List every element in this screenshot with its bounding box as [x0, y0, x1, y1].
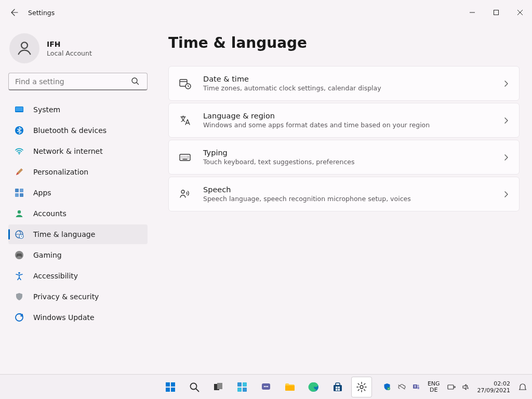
notifications-tray-icon[interactable]: [516, 382, 529, 392]
svg-rect-24: [171, 388, 175, 392]
file-explorer-button[interactable]: [280, 377, 300, 397]
avatar: [9, 33, 39, 63]
svg-point-15: [18, 272, 20, 274]
task-view-button[interactable]: [208, 377, 229, 397]
card-typing[interactable]: Typing Touch keyboard, text suggestions,…: [168, 140, 520, 175]
svg-point-43: [360, 385, 363, 389]
user-card[interactable]: IFH Local Account: [8, 31, 148, 73]
globe-clock-icon: [15, 230, 24, 239]
svg-rect-23: [166, 388, 170, 392]
taskbar-search-button[interactable]: [184, 377, 205, 397]
sidebar-item-gaming[interactable]: Gaming: [8, 245, 148, 265]
speech-icon: [178, 188, 192, 201]
sidebar-item-privacy[interactable]: Privacy & security: [8, 287, 148, 307]
sidebar-item-system[interactable]: System: [8, 100, 148, 119]
chat-button[interactable]: [256, 377, 276, 397]
store-button[interactable]: [327, 377, 348, 397]
svg-point-35: [267, 385, 268, 387]
network-tray-icon[interactable]: [446, 382, 457, 392]
sidebar-item-windows-update[interactable]: Windows Update: [8, 308, 148, 327]
sidebar-item-network[interactable]: Network & internet: [8, 141, 148, 161]
card-date-time[interactable]: Date & time Time zones, automatic clock …: [168, 66, 520, 101]
volume-tray-icon[interactable]: [461, 382, 471, 392]
svg-rect-10: [20, 193, 23, 197]
sidebar-item-label: Personalization: [33, 168, 88, 176]
teams-tray-icon[interactable]: [411, 382, 421, 392]
svg-rect-8: [20, 189, 23, 192]
sidebar-item-label: Windows Update: [33, 313, 95, 322]
card-subtitle: Speech language, speech recognition micr…: [203, 195, 491, 203]
chevron-right-icon: [502, 117, 510, 124]
accounts-icon: [15, 209, 24, 218]
svg-rect-4: [16, 107, 23, 111]
sidebar-item-personalization[interactable]: Personalization: [8, 162, 148, 182]
back-button[interactable]: [7, 5, 22, 20]
update-icon: [15, 313, 24, 322]
titlebar: Settings: [0, 0, 532, 25]
svg-rect-36: [285, 385, 295, 391]
close-button[interactable]: [508, 4, 532, 21]
settings-taskbar-button[interactable]: [351, 377, 372, 397]
sidebar-item-apps[interactable]: Apps: [8, 183, 148, 203]
security-tray-icon[interactable]: [382, 382, 392, 392]
edge-button[interactable]: [303, 377, 324, 397]
search-input[interactable]: [8, 73, 148, 90]
card-language-region[interactable]: Language & region Windows and some apps …: [168, 103, 520, 138]
user-subtitle: Local Account: [47, 49, 92, 57]
user-name: IFH: [47, 40, 92, 48]
sidebar-item-label: Bluetooth & devices: [33, 126, 107, 135]
svg-rect-9: [15, 193, 19, 197]
language-indicator[interactable]: ENG DE: [425, 381, 442, 393]
chevron-right-icon: [502, 154, 510, 161]
sidebar: IFH Local Account System Bluetooth &: [0, 25, 156, 374]
lang-bottom: DE: [428, 387, 440, 393]
svg-rect-38: [334, 385, 342, 391]
language-icon: [178, 114, 192, 127]
svg-rect-31: [243, 388, 247, 392]
svg-point-11: [18, 210, 21, 214]
widgets-button[interactable]: [232, 377, 252, 397]
sidebar-item-time-language[interactable]: Time & language: [8, 224, 148, 244]
svg-rect-0: [494, 10, 499, 15]
minimize-button[interactable]: [460, 4, 484, 21]
onedrive-tray-icon[interactable]: [396, 382, 407, 392]
sidebar-item-bluetooth[interactable]: Bluetooth & devices: [8, 121, 148, 140]
svg-point-6: [19, 153, 20, 154]
svg-rect-22: [171, 382, 175, 387]
sidebar-item-accessibility[interactable]: Accessibility: [8, 266, 148, 286]
accessibility-icon: [15, 271, 24, 281]
card-subtitle: Touch keyboard, text suggestions, prefer…: [203, 158, 491, 166]
svg-rect-28: [237, 382, 242, 387]
clock-time: 02:02: [477, 380, 510, 387]
main-content: Time & language Date & time Time zones, …: [156, 25, 532, 374]
clock[interactable]: 02:02 27/09/2021: [475, 380, 512, 394]
system-tray: ENG DE 02:02 27/09/2021: [382, 375, 529, 399]
svg-rect-19: [180, 154, 190, 161]
card-speech[interactable]: Speech Speech language, speech recogniti…: [168, 177, 520, 211]
svg-point-25: [191, 383, 197, 389]
svg-rect-40: [338, 387, 340, 389]
apps-icon: [15, 188, 24, 197]
gaming-icon: [15, 250, 24, 260]
card-title: Language & region: [203, 112, 491, 120]
svg-rect-39: [336, 387, 338, 389]
svg-rect-29: [243, 382, 247, 387]
maximize-button[interactable]: [484, 4, 508, 21]
start-button[interactable]: [160, 377, 181, 397]
system-icon: [15, 105, 24, 114]
sidebar-item-label: Apps: [33, 189, 51, 197]
sidebar-item-label: Network & internet: [33, 147, 103, 155]
svg-point-20: [181, 190, 184, 193]
shield-icon: [15, 292, 24, 301]
svg-point-33: [264, 385, 265, 387]
sidebar-item-accounts[interactable]: Accounts: [8, 204, 148, 223]
search-icon: [131, 77, 139, 85]
wifi-icon: [15, 147, 24, 156]
svg-rect-41: [336, 389, 338, 391]
window-title: Settings: [28, 9, 55, 17]
sidebar-item-label: System: [33, 105, 60, 114]
clock-date: 27/09/2021: [477, 387, 510, 394]
bluetooth-icon: [15, 126, 24, 135]
card-title: Typing: [203, 149, 491, 157]
card-subtitle: Windows and some apps format dates and t…: [203, 121, 491, 129]
